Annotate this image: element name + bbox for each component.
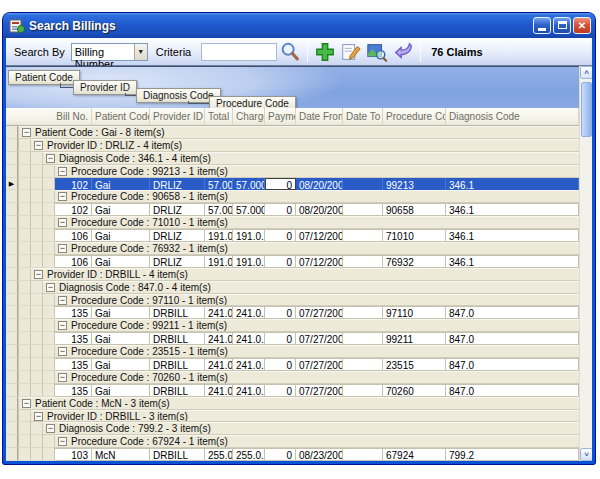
cell-date_from[interactable]: 08/20/2004 [296, 203, 343, 216]
collapse-icon[interactable]: − [34, 270, 43, 279]
cell-date_from[interactable]: 07/27/2004 [296, 384, 343, 397]
collapse-icon[interactable]: − [34, 412, 43, 421]
minimize-button[interactable] [533, 17, 551, 34]
cell-payment[interactable]: 0 [265, 178, 296, 191]
cell-total[interactable]: 57.00... [205, 203, 233, 216]
data-row[interactable]: 135GaiDRBILL241.0...241.0...007/27/20049… [6, 332, 583, 345]
group-row[interactable]: −Diagnosis Code : 847.0 - 4 item(s) [6, 281, 583, 294]
add-icon[interactable] [313, 40, 337, 64]
cell-procedure[interactable]: 70260 [383, 384, 446, 397]
column-header-total[interactable]: Total [205, 108, 233, 126]
cell-diagnosis[interactable]: 799.2 [446, 448, 579, 461]
cell-provider[interactable]: DRLIZ [150, 178, 205, 191]
cell-charges[interactable]: 191.0... [233, 229, 265, 242]
cell-date_to[interactable] [343, 229, 383, 242]
search-icon[interactable] [278, 40, 302, 64]
cell-patient[interactable]: Gai [92, 358, 150, 371]
cell-date_from[interactable]: 07/12/2004 [296, 255, 343, 268]
cell-patient[interactable]: Gai [92, 384, 150, 397]
collapse-icon[interactable]: − [58, 347, 67, 356]
cell-total[interactable]: 241.0... [205, 306, 233, 319]
data-row[interactable]: 135GaiDRBILL241.0...241.0...007/27/20042… [6, 358, 583, 371]
cell-procedure[interactable]: 99211 [383, 332, 446, 345]
cell-total[interactable]: 57.00... [205, 178, 233, 191]
group-row[interactable]: −Patient Code : Gai - 8 item(s) [6, 126, 583, 139]
collapse-icon[interactable]: − [58, 167, 67, 176]
cell-payment[interactable]: 0 [265, 358, 296, 371]
cell-patient[interactable]: Gai [92, 306, 150, 319]
cell-procedure[interactable]: 23515 [383, 358, 446, 371]
cell-payment[interactable]: 0 [265, 229, 296, 242]
cell-procedure[interactable]: 90658 [383, 203, 446, 216]
cell-payment[interactable]: 0 [265, 448, 296, 461]
search-by-dropdown[interactable]: Billing Number ▼ [71, 43, 148, 61]
cell-procedure[interactable]: 67924 [383, 448, 446, 461]
data-row[interactable]: 103McNDRBILL255.0...255.0...008/23/20046… [6, 448, 583, 461]
data-row[interactable]: 106GaiDRLIZ191.0...191.0...007/12/200476… [6, 255, 583, 268]
cell-date_to[interactable] [343, 203, 383, 216]
criteria-input[interactable] [201, 43, 277, 61]
cell-bill_no[interactable]: 135 [55, 358, 92, 371]
group-row[interactable]: −Procedure Code : 76932 - 1 item(s) [6, 242, 583, 255]
cell-payment[interactable]: 0 [265, 203, 296, 216]
cell-date_from[interactable]: 07/12/2004 [296, 229, 343, 242]
cell-payment[interactable]: 0 [265, 306, 296, 319]
cell-patient[interactable]: Gai [92, 332, 150, 345]
group-row[interactable]: −Provider ID : DRBILL - 4 item(s) [6, 268, 583, 281]
cell-provider[interactable]: DRLIZ [150, 229, 205, 242]
cell-patient[interactable]: Gai [92, 203, 150, 216]
data-row[interactable]: ▶102GaiDRLIZ57.00...57.0000008/20/200499… [6, 178, 583, 191]
cell-patient[interactable]: Gai [92, 178, 150, 191]
scrollbar-down-button[interactable]: ˅ [580, 448, 592, 461]
cell-payment[interactable]: 0 [265, 332, 296, 345]
data-row[interactable]: 135GaiDRBILL241.0...241.0...007/27/20049… [6, 306, 583, 319]
group-row[interactable]: −Diagnosis Code : 799.2 - 3 item(s) [6, 422, 583, 435]
collapse-icon[interactable]: − [58, 437, 67, 446]
collapse-icon[interactable]: − [46, 283, 55, 292]
cell-charges[interactable]: 57.0000 [233, 203, 265, 216]
cell-date_to[interactable] [343, 178, 383, 191]
cell-date_to[interactable] [343, 384, 383, 397]
column-header-procedure[interactable]: Procedure Code [383, 108, 446, 126]
column-header-bill_no[interactable]: Bill No. [6, 108, 92, 126]
cell-date_from[interactable]: 08/20/2004 [296, 178, 343, 191]
cell-date_to[interactable] [343, 332, 383, 345]
collapse-icon[interactable]: − [22, 128, 31, 137]
scrollbar-thumb[interactable] [581, 82, 592, 137]
group-row[interactable]: −Diagnosis Code : 346.1 - 4 item(s) [6, 152, 583, 165]
cell-diagnosis[interactable]: 847.0 [446, 384, 579, 397]
cell-bill_no[interactable]: 135 [55, 306, 92, 319]
group-row[interactable]: −Procedure Code : 70260 - 1 item(s) [6, 371, 583, 384]
group-by-band[interactable]: Patient CodeProvider IDDiagnosis CodePro… [6, 66, 583, 108]
cell-total[interactable]: 241.0... [205, 358, 233, 371]
cell-provider[interactable]: DRBILL [150, 306, 205, 319]
collapse-icon[interactable]: − [46, 154, 55, 163]
group-row[interactable]: −Procedure Code : 71010 - 1 item(s) [6, 216, 583, 229]
group-row[interactable]: −Procedure Code : 67924 - 1 item(s) [6, 435, 583, 448]
cell-procedure[interactable]: 76932 [383, 255, 446, 268]
scrollbar-up-button[interactable]: ˄ [580, 66, 592, 79]
column-header-payment[interactable]: Payme... [265, 108, 296, 126]
cell-procedure[interactable]: 99213 [383, 178, 446, 191]
collapse-icon[interactable]: − [34, 141, 43, 150]
column-header-provider[interactable]: Provider ID [150, 108, 205, 126]
cell-date_from[interactable]: 08/23/2004 [296, 448, 343, 461]
collapse-icon[interactable]: − [22, 399, 31, 408]
close-button[interactable]: ✕ [573, 17, 591, 34]
cell-charges[interactable]: 57.0000 [233, 178, 265, 191]
chevron-down-icon[interactable]: ▼ [134, 44, 147, 60]
collapse-icon[interactable]: − [58, 218, 67, 227]
cell-total[interactable]: 255.0... [205, 448, 233, 461]
cell-total[interactable]: 241.0... [205, 332, 233, 345]
data-row[interactable]: 135GaiDRBILL241.0...241.0...007/27/20047… [6, 384, 583, 397]
cell-date_to[interactable] [343, 358, 383, 371]
cell-diagnosis[interactable]: 346.1 [446, 203, 579, 216]
group-row[interactable]: −Patient Code : McN - 3 item(s) [6, 397, 583, 410]
group-row[interactable]: −Provider ID : DRBILL - 3 item(s) [6, 410, 583, 423]
cell-diagnosis[interactable]: 847.0 [446, 358, 579, 371]
cell-date_to[interactable] [343, 255, 383, 268]
cell-charges[interactable]: 241.0... [233, 306, 265, 319]
cell-provider[interactable]: DRLIZ [150, 255, 205, 268]
send-arrow-icon[interactable] [391, 40, 415, 64]
cell-charges[interactable]: 241.0... [233, 358, 265, 371]
